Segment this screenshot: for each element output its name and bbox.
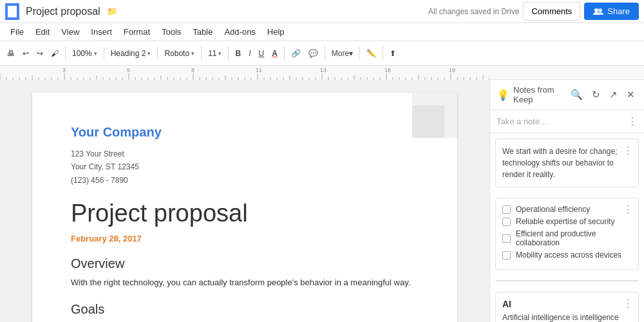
menu-item-view[interactable]: View [56,25,84,39]
paragraph-style-dropdown[interactable]: Heading 2 ▾ [108,47,155,60]
check-item: Reliable expertise of security [502,217,632,226]
doc-title: Project proposal [26,6,100,17]
check-box[interactable] [502,251,511,260]
top-bar: Project proposal 📁 All changes saved in … [0,0,644,23]
toolbar-separator-6 [284,46,285,61]
toolbar-separator-5 [228,46,229,61]
style-arrow: ▾ [147,50,151,57]
address-block: 123 Your Street Your City, ST 12345 (123… [71,147,419,187]
zoom-value: 100% [72,49,92,58]
document-page: Your Company 123 Your Street Your City, … [32,93,457,322]
check-item: Efficient and productive collaboration [502,229,632,247]
check-label: Efficient and productive collaboration [516,229,632,247]
keep-close-button[interactable]: ✕ [624,88,638,102]
share-button[interactable]: Share [584,3,639,20]
overview-text: With the right technology, you can actua… [71,276,419,289]
menu-item-add-ons[interactable]: Add-ons [219,25,260,39]
folder-icon: 📁 [107,6,117,16]
keep-note-menu-button[interactable]: ⋮ [627,115,638,128]
check-label: Reliable expertise of security [516,217,614,226]
ruler-canvas [0,66,489,80]
svg-point-1 [598,8,602,12]
keep-ai-title: AI [502,299,632,309]
keep-refresh-button[interactable]: ↻ [589,88,603,102]
print-button[interactable]: 🖶 [4,47,18,60]
bold-button[interactable]: B [232,47,244,60]
text-color-button[interactable]: A [269,47,281,60]
address-line2: Your City, ST 12345 [71,160,419,173]
main-area: Your Company 123 Your Street Your City, … [0,80,644,322]
check-item: Operational efficiency [502,205,632,214]
menu-item-edit[interactable]: Edit [30,25,55,39]
keep-bulb-icon: 💡 [497,89,509,101]
keep-panel: 💡 Notes from Keep 🔍 ↻ ↗ ✕ Take a note...… [489,80,644,322]
goals-heading: Goals [71,302,419,317]
menu-item-tools[interactable]: Tools [156,25,186,39]
toolbar-separator-4 [201,46,202,61]
keep-open-button[interactable]: ↗ [607,88,620,102]
link-button[interactable]: 🔗 [288,47,304,60]
menu-item-file[interactable]: File [5,25,29,39]
font-size-dropdown[interactable]: 11 ▾ [205,47,225,60]
auto-save-status: All changes saved in Drive [428,7,519,16]
comment-button[interactable]: 💬 [305,47,321,60]
overview-heading: Overview [71,256,419,271]
zoom-dropdown[interactable]: 100% ▾ [69,47,100,60]
collapse-sections-button[interactable]: ⬆ [386,47,399,60]
toolbar-separator-3 [157,46,158,61]
ruler [0,66,644,80]
keep-image-placeholder [496,281,638,281]
doc-icon-inner [8,6,17,17]
toolbar-separator-9 [383,46,383,61]
keep-header: 💡 Notes from Keep 🔍 ↻ ↗ ✕ [490,80,644,110]
toolbar-separator-1 [65,46,66,61]
svg-point-0 [594,8,598,12]
edit-pencil-button[interactable]: ✏️ [363,47,379,60]
document-title: Project proposal [71,200,419,227]
comments-button[interactable]: Comments [523,2,580,21]
more-label: More [332,49,349,58]
menu-item-insert[interactable]: Insert [86,25,117,39]
check-label: Mobility access across devices [516,251,621,260]
keep-note-input[interactable]: Take a note... ⋮ [490,110,644,133]
keep-card1-text: We start with a desire for change; techn… [502,146,632,180]
menu-item-help[interactable]: Help [262,25,290,39]
svg-rect-4 [503,281,632,281]
keep-checklist-menu-button[interactable]: ⋮ [623,204,633,216]
underline-button[interactable]: U [256,47,268,60]
share-label: Share [607,6,630,16]
address-line3: (123) 456 - 7890 [71,174,419,187]
zoom-arrow: ▾ [94,50,97,57]
deco-square-small [412,106,444,138]
check-box[interactable] [502,234,511,243]
keep-image-card: ⋮ [495,280,639,281]
keep-card1-menu-button[interactable]: ⋮ [623,144,633,156]
more-arrow: ▾ [349,49,353,58]
check-box[interactable] [502,205,511,214]
keep-checklist-card: Operational efficiencyReliable expertise… [495,198,639,270]
toolbar: 🖶 ↩ ↪ 🖌 100% ▾ Heading 2 ▾ Roboto ▾ 11 ▾… [0,41,644,66]
more-button[interactable]: More ▾ [328,47,356,60]
paint-format-button[interactable]: 🖌 [48,47,62,60]
font-dropdown[interactable]: Roboto ▾ [161,47,198,60]
document-area[interactable]: Your Company 123 Your Street Your City, … [0,80,489,322]
keep-image-svg [503,281,632,281]
doc-icon [5,3,19,20]
keep-search-button[interactable]: 🔍 [568,88,585,102]
menu-item-table[interactable]: Table [187,25,218,39]
font-value: Roboto [164,49,189,58]
keep-note-placeholder: Take a note... [497,117,547,126]
font-arrow: ▾ [191,50,194,57]
share-people-icon [593,8,603,15]
toolbar-separator-7 [325,46,325,61]
menu-item-format[interactable]: Format [118,25,155,39]
company-name: Your Company [71,125,419,140]
undo-button[interactable]: ↩ [19,47,32,60]
check-label: Operational efficiency [516,205,590,214]
keep-ai-menu-button[interactable]: ⋮ [623,298,633,310]
check-box[interactable] [502,218,511,226]
redo-button[interactable]: ↪ [33,47,46,60]
italic-button[interactable]: I [245,47,254,60]
keep-ai-card: AI Artificial intelligence is intelligen… [495,292,639,322]
keep-text-card: We start with a desire for change; techn… [495,138,639,187]
